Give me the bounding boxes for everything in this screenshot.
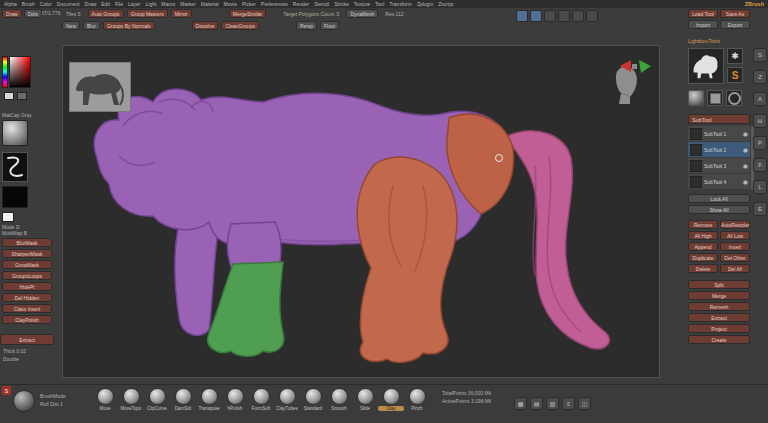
recent-tool-cube-thumbnail[interactable]	[707, 90, 723, 106]
lock-all-button[interactable]: Lock All	[688, 194, 750, 203]
shelf-icon[interactable]	[572, 10, 584, 22]
right-shelf-icon[interactable]: L	[753, 180, 767, 194]
extract-button[interactable]: Extract	[0, 334, 54, 345]
orientation-gizmo[interactable]	[619, 56, 653, 76]
mask-button[interactable]: SharpenMask	[2, 249, 52, 258]
subtool-row[interactable]: SubTool 4 ◉	[688, 174, 750, 190]
menu-item[interactable]: Zscript	[438, 1, 453, 7]
hue-strip[interactable]	[2, 56, 8, 88]
visibility-eye-icon[interactable]: ◉	[743, 163, 748, 169]
tool-button[interactable]: Load Tool	[688, 9, 718, 18]
shelf-button[interactable]: New	[62, 21, 80, 30]
brush-preset[interactable]: FormSoft	[248, 388, 274, 411]
shelf-button[interactable]: Blur	[83, 21, 100, 30]
shelf-button[interactable]: Mirror	[171, 9, 192, 18]
subtool-action-button[interactable]: AutoReorder	[720, 220, 750, 229]
menu-item[interactable]: Macro	[161, 1, 175, 7]
simple-brush-tool-thumbnail[interactable]: S	[727, 67, 743, 83]
brush-preset[interactable]: ClipCurve	[144, 388, 170, 411]
shelf-button[interactable]: Dissolve	[192, 21, 219, 30]
bottom-bar-icon[interactable]: ≡	[562, 397, 575, 410]
tool-button[interactable]: Export	[720, 20, 750, 29]
menu-item[interactable]: Marker	[180, 1, 196, 7]
bottom-bar-icon[interactable]: ▤	[530, 397, 543, 410]
brush-preset[interactable]: hPolish	[222, 388, 248, 411]
mask-button[interactable]: ClayPolish	[2, 315, 52, 324]
menu-item[interactable]: File	[115, 1, 123, 7]
subtool-merge-button[interactable]: Remesh	[688, 302, 750, 311]
shelf-button[interactable]: Tiles 5	[62, 9, 85, 18]
menu-item[interactable]: Color	[40, 1, 52, 7]
right-shelf-icon[interactable]: F	[753, 158, 767, 172]
menu-item[interactable]: Picker	[242, 1, 256, 7]
material-thumbnail[interactable]	[2, 120, 28, 146]
visibility-eye-icon[interactable]: ◉	[743, 147, 748, 153]
current-tool-thumbnail[interactable]	[688, 48, 724, 84]
texture-thumbnail[interactable]	[2, 212, 14, 222]
subtool-action-button[interactable]: Append	[688, 242, 718, 251]
menu-item[interactable]: Material	[201, 1, 219, 7]
shelf-icon[interactable]	[586, 10, 598, 22]
shelf-button[interactable]: Target Polygons Count .5	[279, 9, 343, 18]
right-shelf-icon[interactable]: Z	[753, 70, 767, 84]
bottom-bar-icon[interactable]: ▦	[514, 397, 527, 410]
tool-button[interactable]: Import	[688, 20, 718, 29]
subtool-merge-button[interactable]: Split	[688, 280, 750, 289]
mask-button[interactable]: HidePt	[2, 282, 52, 291]
right-shelf-icon[interactable]: S	[753, 48, 767, 62]
menu-item[interactable]: Alpha	[4, 1, 17, 7]
left-top-button[interactable]: Dots	[24, 9, 42, 18]
menu-item[interactable]: Edit	[101, 1, 110, 7]
brush-preset[interactable]: DamStd	[170, 388, 196, 411]
visibility-eye-icon[interactable]: ◉	[743, 131, 748, 137]
bottom-bar-icon[interactable]: ◫	[578, 397, 591, 410]
extract-double-toggle[interactable]: Double	[3, 356, 19, 362]
menu-item[interactable]: Stencil	[314, 1, 329, 7]
tool-button[interactable]: Save As	[720, 9, 750, 18]
mask-button[interactable]: GrowMask	[2, 260, 52, 269]
subtool-action-button[interactable]: Insert	[720, 242, 750, 251]
subtool-action-button[interactable]: Remove	[688, 220, 718, 229]
recent-tool-ring-thumbnail[interactable]	[726, 90, 742, 106]
menu-item[interactable]: Texture	[354, 1, 370, 7]
current-brush-thumbnail[interactable]	[13, 390, 35, 412]
brush-preset[interactable]: Transpose	[196, 388, 222, 411]
visibility-eye-icon[interactable]: ◉	[743, 179, 748, 185]
brush-preset[interactable]: Standard	[300, 388, 326, 411]
brush-preset[interactable]: ClayTubes	[274, 388, 300, 411]
right-shelf-icon[interactable]: A	[753, 92, 767, 106]
brush-preset[interactable]: Pinch	[404, 388, 430, 411]
subtool-header[interactable]: SubTool	[688, 114, 750, 124]
menu-item[interactable]: Render	[293, 1, 309, 7]
subtool-row[interactable]: SubTool 3 ◉	[688, 158, 750, 174]
show-all-button[interactable]: Show All	[688, 205, 750, 214]
shelf-button[interactable]: Group Masters	[127, 9, 168, 18]
shelf-icon[interactable]	[544, 10, 556, 22]
brush-preset[interactable]: Move	[92, 388, 118, 411]
shelf-button[interactable]: Floor	[320, 21, 339, 30]
nav-thumbnail[interactable]	[69, 62, 131, 112]
symmetry-badge[interactable]: S	[2, 386, 11, 395]
menu-item[interactable]: Preferences	[261, 1, 288, 7]
subtool-action-button[interactable]: Del All	[720, 264, 750, 273]
polymesh-star-tool-thumbnail[interactable]: ✱	[727, 48, 743, 64]
menu-item[interactable]: Layer	[128, 1, 141, 7]
shelf-button[interactable]: Groups By Normals	[103, 21, 155, 30]
brush-preset[interactable]: MoveTopo	[118, 388, 144, 411]
mask-button[interactable]: BlurMask	[2, 238, 52, 247]
color-picker[interactable]	[9, 56, 31, 88]
mask-button[interactable]: Del Hidden	[2, 293, 52, 302]
subtool-merge-button[interactable]: Project	[688, 324, 750, 333]
subtool-row[interactable]: SubTool 2 ◉	[688, 142, 750, 158]
menu-item[interactable]: Movie	[224, 1, 237, 7]
right-shelf-icon[interactable]: H	[753, 114, 767, 128]
menu-item[interactable]: Brush	[22, 1, 35, 7]
subtool-action-button[interactable]: All Low	[720, 231, 750, 240]
right-shelf-icon[interactable]: P	[753, 136, 767, 150]
subtool-merge-button[interactable]: Merge	[688, 291, 750, 300]
brush-preset[interactable]: Clay	[378, 388, 404, 411]
bottom-bar-icon[interactable]: ▧	[546, 397, 559, 410]
shelf-button[interactable]: Res 112	[381, 9, 407, 18]
shelf-button[interactable]: CleanGroups	[221, 21, 258, 30]
mask-button[interactable]: GroupsLoops	[2, 271, 52, 280]
